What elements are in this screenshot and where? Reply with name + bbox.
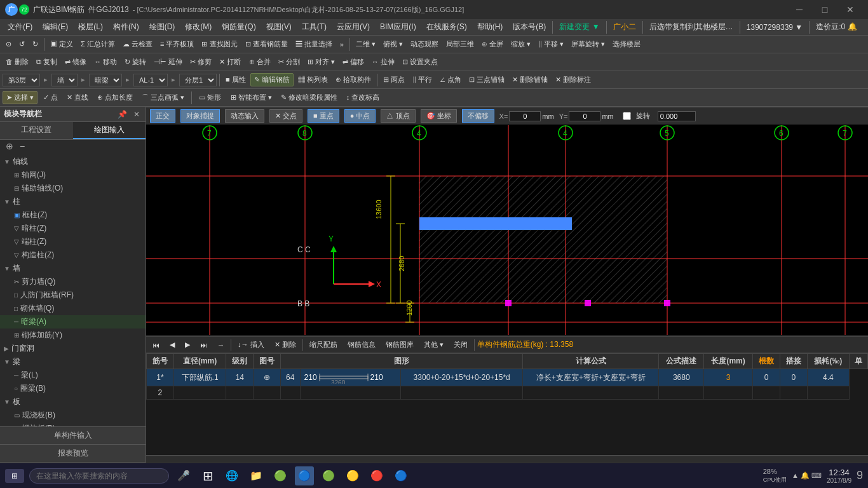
define-btn[interactable]: ▣ 定义 bbox=[47, 38, 76, 50]
tb-setpoint[interactable]: ⊡ 设置夹点 bbox=[399, 56, 441, 68]
menu-tools[interactable]: 工具(T) bbox=[297, 20, 332, 34]
ortho-btn[interactable]: 正交 bbox=[150, 109, 175, 123]
other-btn[interactable]: 其他 ▾ bbox=[420, 339, 447, 350]
tree-group-axis-header[interactable]: ▼ 轴线 bbox=[0, 155, 146, 168]
tree-item-ringbeam[interactable]: ○圈梁(B) bbox=[0, 382, 146, 395]
taskbar-search[interactable] bbox=[29, 468, 169, 484]
point-length-tool[interactable]: ⊕ 点加长度 bbox=[94, 92, 136, 104]
taskbar-icon-1[interactable]: ⊞ bbox=[198, 466, 217, 485]
select-floor-btn[interactable]: 选择楼层 bbox=[609, 38, 644, 50]
menu-cloud[interactable]: 云应用(V) bbox=[332, 20, 375, 34]
tree-group-slab-header[interactable]: ▼ 板 bbox=[0, 395, 146, 409]
sidebar-close[interactable]: ✕ bbox=[132, 110, 142, 119]
table-row[interactable]: 2 bbox=[147, 386, 868, 400]
menu-help[interactable]: 帮助(H) bbox=[472, 20, 508, 34]
tb-property[interactable]: ■ 属性 bbox=[222, 74, 249, 86]
tb-angle-pt[interactable]: ∠ 点角 bbox=[437, 74, 465, 86]
rotate-input[interactable] bbox=[658, 111, 696, 121]
taskbar-icon-app1[interactable]: 🟢 bbox=[271, 466, 290, 485]
tb-stretch[interactable]: ↔ 拉伸 bbox=[369, 56, 398, 68]
menu-file[interactable]: 文件(F) bbox=[3, 20, 37, 34]
tree-item-beam[interactable]: ─梁(L) bbox=[0, 369, 146, 382]
rebar-info-btn[interactable]: 钢筋信息 bbox=[344, 339, 379, 350]
menu-member[interactable]: 构件(N) bbox=[108, 20, 144, 34]
zoom-btn[interactable]: 缩放 ▾ bbox=[508, 38, 534, 50]
taskbar-icon-app2[interactable]: 🔵 bbox=[295, 466, 314, 485]
nav-last[interactable]: ⏭ bbox=[196, 341, 211, 349]
tree-item-masonrywall[interactable]: □砌体墙(Q) bbox=[0, 302, 146, 315]
sidebar-pin[interactable]: 📌 bbox=[116, 110, 129, 119]
tb-3pt-aux[interactable]: ⊡ 三点辅轴 bbox=[466, 74, 508, 86]
maximize-button[interactable]: □ bbox=[812, 0, 837, 19]
tb-pick[interactable]: ⊕ 拾取构件 bbox=[332, 74, 374, 86]
pan-btn[interactable]: ∥ 平移 ▾ bbox=[535, 38, 567, 50]
tree-item-auxaxis[interactable]: ⊟辅助轴线(O) bbox=[0, 182, 146, 195]
snap-btn[interactable]: 对象捕捉 bbox=[180, 109, 220, 123]
point-tool[interactable]: ✓ 点 bbox=[40, 92, 61, 104]
tree-item-framecol[interactable]: ▣框柱(Z) bbox=[0, 208, 146, 222]
tb-extend[interactable]: ⊣⊢ 延伸 bbox=[151, 56, 186, 68]
menu-version[interactable]: 版本号(B) bbox=[508, 20, 551, 34]
sum-btn[interactable]: Σ 汇总计算 bbox=[78, 38, 118, 50]
tree-item-axgrid[interactable]: ⊞轴网(J) bbox=[0, 168, 146, 182]
smart-layout-btn[interactable]: ⊞ 智能布置 ▾ bbox=[227, 92, 275, 104]
tree-item-castslab[interactable]: ▭现浇板(B) bbox=[0, 409, 146, 422]
new-btn[interactable]: ⊙ bbox=[3, 39, 15, 50]
tree-group-wall-header[interactable]: ▼ 墙 bbox=[0, 262, 146, 275]
sidebar-tab-draw[interactable]: 绘图输入 bbox=[73, 122, 146, 139]
layer-num-select[interactable]: 分层1 bbox=[179, 74, 217, 86]
menu-bim[interactable]: BIM应用(I) bbox=[375, 20, 421, 34]
tb-trim[interactable]: ✂ 修剪 bbox=[187, 56, 215, 68]
tree-group-beam-header[interactable]: ▼ 梁 bbox=[0, 355, 146, 369]
taskbar-icon-app3[interactable]: 🟢 bbox=[319, 466, 338, 485]
tb-merge[interactable]: ⊕ 合并 bbox=[246, 56, 274, 68]
tb-offset[interactable]: ⇌ 偏移 bbox=[339, 56, 367, 68]
minimize-button[interactable]: ─ bbox=[787, 0, 812, 19]
beam-name-select[interactable]: AL-1 bbox=[133, 74, 168, 86]
tb-copy[interactable]: ⧉ 复制 bbox=[33, 56, 60, 68]
tb-split[interactable]: ✂ 分割 bbox=[275, 56, 303, 68]
sidebar-plus-btn[interactable]: ⊕ bbox=[4, 141, 15, 151]
horizontal-scrollbar[interactable] bbox=[146, 455, 868, 463]
tree-item-endcol[interactable]: ▽端柱(Z) bbox=[0, 235, 146, 248]
start-button[interactable]: ⊞ bbox=[5, 469, 24, 483]
tb-mirror[interactable]: ⇌ 镜像 bbox=[62, 56, 90, 68]
sidebar-tab-settings[interactable]: 工程设置 bbox=[0, 122, 73, 139]
select-tool[interactable]: ➤ 选择 ▾ bbox=[3, 91, 37, 104]
x-input[interactable] bbox=[509, 111, 541, 121]
more-btn[interactable]: » bbox=[337, 39, 347, 50]
taskbar-icon-app4[interactable]: 🟡 bbox=[343, 466, 362, 485]
tb-move[interactable]: ↔ 移动 bbox=[91, 56, 120, 68]
table-row[interactable]: 1* 下部纵筋.1 14 ⊕ 64 210 bbox=[147, 369, 868, 386]
member-type-select[interactable]: 墙 bbox=[51, 74, 78, 86]
tb-edit-rebar[interactable]: ✎ 编辑钢筋 bbox=[250, 73, 294, 86]
tree-item-hidcol[interactable]: ▽暗柱(Z) bbox=[0, 222, 146, 235]
menu-edit[interactable]: 编辑(E) bbox=[37, 20, 73, 34]
taskbar-icon-browser[interactable]: 🌐 bbox=[222, 466, 241, 485]
cloud-check-btn[interactable]: ☁ 云检查 bbox=[119, 38, 156, 50]
center-btn[interactable]: ● 中点 bbox=[344, 109, 376, 123]
top-view-btn[interactable]: 俯视 ▾ bbox=[380, 38, 406, 50]
tb-parallel[interactable]: ∥ 平行 bbox=[409, 74, 435, 86]
report-preview-btn[interactable]: 报表预览 bbox=[0, 445, 146, 463]
arc-tool[interactable]: ⌒ 三点画弧 ▾ bbox=[139, 92, 187, 104]
scale-rebar-btn[interactable]: 缩尺配筋 bbox=[306, 339, 341, 350]
fullscreen-btn[interactable]: ⊕ 全屏 bbox=[478, 38, 506, 50]
tree-item-constcol[interactable]: ▽构造柱(Z) bbox=[0, 248, 146, 262]
rotate-screen-btn[interactable]: 屏幕旋转 ▾ bbox=[568, 38, 608, 50]
local-3d-btn[interactable]: 局部三维 bbox=[443, 38, 477, 50]
layer-select[interactable]: 第3层 bbox=[3, 74, 40, 86]
noshift-btn[interactable]: 不偏移 bbox=[462, 109, 494, 123]
tree-item-masonryrebar[interactable]: ⊞砌体加筋(Y) bbox=[0, 329, 146, 342]
sidebar-minus-btn[interactable]: − bbox=[18, 141, 27, 151]
menu-copy-floor[interactable]: 后选带复制到其他楼层… bbox=[644, 20, 738, 34]
tb-delete[interactable]: 🗑 删除 bbox=[3, 56, 32, 68]
modify-beam-prop[interactable]: ✎ 修改暗梁段属性 bbox=[278, 92, 341, 104]
check-elev-btn[interactable]: ↕ 查改标高 bbox=[343, 92, 383, 104]
tb-rotate[interactable]: ↻ 旋转 bbox=[121, 56, 149, 68]
rect-tool[interactable]: ▭ 矩形 bbox=[196, 92, 224, 104]
menu-coins[interactable]: 造价豆:0 🔔 bbox=[811, 20, 862, 34]
menu-draw[interactable]: 绘图(D) bbox=[144, 20, 180, 34]
menu-gxiao[interactable]: 广小二 bbox=[608, 20, 641, 34]
line-tool[interactable]: ✕ 直线 bbox=[64, 92, 92, 104]
